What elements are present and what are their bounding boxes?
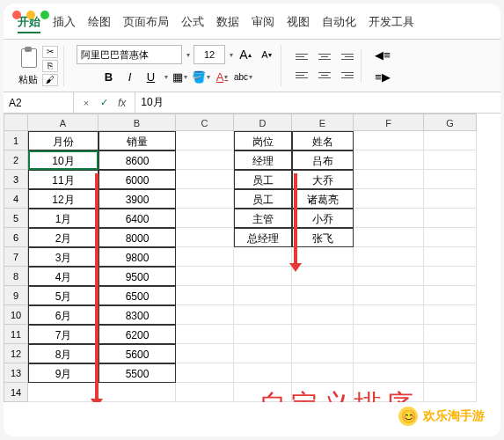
cell[interactable]: 姓名 — [292, 131, 354, 150]
cell[interactable] — [424, 363, 477, 383]
col-header-G[interactable]: G — [424, 114, 477, 131]
increase-font-button[interactable]: A▴ — [237, 45, 254, 64]
font-name-select[interactable] — [77, 45, 182, 64]
tab-data[interactable]: 数据 — [216, 12, 239, 33]
col-header-A[interactable]: A — [28, 114, 99, 131]
tab-page-layout[interactable]: 页面布局 — [123, 12, 169, 33]
cell[interactable]: 5月 — [28, 286, 99, 305]
borders-button[interactable]: ▦▾ — [172, 67, 189, 86]
cell[interactable]: 8600 — [99, 150, 176, 170]
cell[interactable] — [424, 209, 477, 228]
cell[interactable] — [176, 150, 234, 170]
cell[interactable] — [292, 325, 354, 344]
cell[interactable] — [354, 267, 424, 286]
cell[interactable]: 2月 — [28, 228, 99, 247]
cell[interactable]: 6月 — [28, 305, 99, 325]
decrease-font-button[interactable]: A▾ — [258, 45, 275, 64]
cell[interactable] — [424, 131, 477, 150]
tab-review[interactable]: 审阅 — [252, 12, 274, 33]
cell[interactable]: 5600 — [99, 344, 176, 363]
cell[interactable]: 大乔 — [292, 170, 354, 189]
name-box[interactable] — [4, 92, 74, 113]
cell[interactable]: 总经理 — [234, 228, 292, 247]
cell[interactable] — [292, 305, 354, 325]
italic-button[interactable]: I — [121, 67, 139, 86]
bold-button[interactable]: B — [100, 67, 118, 86]
cell[interactable] — [176, 286, 234, 305]
col-header-E[interactable]: E — [292, 114, 354, 131]
cell[interactable] — [176, 189, 234, 209]
cell[interactable]: 员工 — [234, 170, 292, 189]
row-header[interactable]: 5 — [4, 209, 28, 228]
cell[interactable] — [176, 209, 234, 228]
row-header[interactable]: 14 — [4, 383, 28, 402]
align-center-button[interactable] — [315, 67, 334, 83]
cell[interactable] — [28, 383, 99, 402]
cell[interactable] — [354, 170, 424, 189]
cell[interactable]: 吕布 — [292, 150, 354, 170]
cell[interactable] — [424, 228, 477, 247]
cell[interactable] — [424, 247, 477, 267]
row-header[interactable]: 1 — [4, 131, 28, 150]
cell[interactable] — [176, 344, 234, 363]
row-header[interactable]: 6 — [4, 228, 28, 247]
cell[interactable] — [234, 247, 292, 267]
cell[interactable]: 11月 — [28, 170, 99, 189]
cell[interactable] — [176, 383, 234, 402]
cell[interactable] — [234, 363, 292, 383]
col-header-F[interactable]: F — [354, 114, 424, 131]
cell[interactable]: 主管 — [234, 209, 292, 228]
cell[interactable] — [234, 305, 292, 325]
cell[interactable] — [424, 286, 477, 305]
row-header[interactable]: 11 — [4, 325, 28, 344]
cell[interactable]: 6400 — [99, 209, 176, 228]
chevron-down-icon[interactable]: ▾ — [230, 51, 233, 59]
cell[interactable] — [354, 305, 424, 325]
cell[interactable]: 5500 — [99, 363, 176, 383]
cell[interactable] — [292, 247, 354, 267]
cancel-button[interactable]: × — [79, 96, 93, 110]
cell[interactable]: 4月 — [28, 267, 99, 286]
row-header[interactable]: 3 — [4, 170, 28, 189]
cell[interactable]: 诸葛亮 — [292, 189, 354, 209]
cell[interactable] — [354, 150, 424, 170]
cell[interactable]: 1月 — [28, 209, 99, 228]
row-header[interactable]: 8 — [4, 267, 28, 286]
cell[interactable]: 8300 — [99, 305, 176, 325]
cell[interactable] — [424, 305, 477, 325]
formula-input[interactable] — [135, 92, 500, 113]
cell[interactable] — [354, 286, 424, 305]
tab-formulas[interactable]: 公式 — [181, 12, 204, 33]
cell[interactable]: 岗位 — [234, 131, 292, 150]
row-header[interactable]: 13 — [4, 363, 28, 383]
decrease-indent-button[interactable]: ◀≡ — [374, 45, 391, 64]
cell[interactable]: 销量 — [99, 131, 176, 150]
phonetic-button[interactable]: abc▾ — [235, 67, 252, 86]
cell[interactable]: 3月 — [28, 247, 99, 267]
cell[interactable] — [292, 344, 354, 363]
cell[interactable] — [354, 189, 424, 209]
cell[interactable] — [424, 325, 477, 344]
cell[interactable]: 张飞 — [292, 228, 354, 247]
row-header[interactable]: 4 — [4, 189, 28, 209]
cell[interactable] — [354, 325, 424, 344]
cell[interactable] — [176, 363, 234, 383]
cell[interactable] — [292, 286, 354, 305]
cell[interactable] — [234, 344, 292, 363]
cell[interactable] — [234, 325, 292, 344]
cell[interactable] — [292, 267, 354, 286]
cell[interactable]: 小乔 — [292, 209, 354, 228]
cell[interactable]: 9500 — [99, 267, 176, 286]
cell[interactable] — [354, 209, 424, 228]
chevron-down-icon[interactable]: ▾ — [164, 73, 168, 81]
cell[interactable]: 员工 — [234, 189, 292, 209]
cell[interactable] — [292, 363, 354, 383]
cell[interactable] — [354, 363, 424, 383]
align-top-button[interactable] — [294, 48, 313, 64]
tab-developer[interactable]: 开发工具 — [369, 12, 414, 33]
row-header[interactable]: 10 — [4, 305, 28, 325]
copy-button[interactable]: ⎘ — [42, 60, 58, 72]
paste-button[interactable]: 粘贴 — [18, 48, 39, 86]
tab-view[interactable]: 视图 — [287, 12, 310, 33]
format-painter-button[interactable]: 🖌 — [42, 74, 58, 86]
